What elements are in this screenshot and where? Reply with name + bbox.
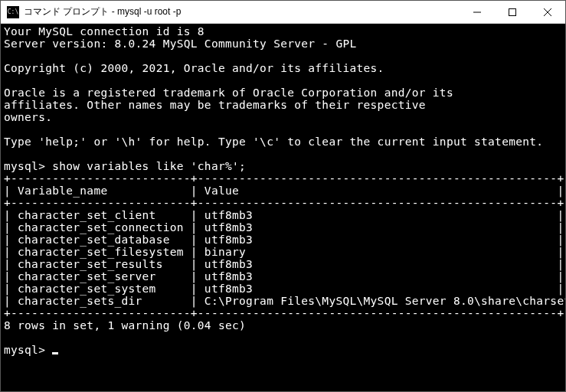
window-controls bbox=[460, 1, 565, 23]
cmd-icon: C:\ bbox=[7, 6, 19, 18]
copyright-line: Copyright (c) 2000, 2021, Oracle and/or … bbox=[4, 62, 384, 74]
table-row: | character_set_client | utf8mb3 | bbox=[4, 209, 564, 221]
cmd-icon-label: C:\ bbox=[8, 9, 18, 15]
table-row: | character_sets_dir | C:\Program Files\… bbox=[4, 295, 565, 307]
connection-id-line: Your MySQL connection id is 8 bbox=[4, 25, 204, 38]
trademark-line-3: owners. bbox=[4, 111, 52, 123]
window-titlebar: C:\ コマンド プロンプト - mysql -u root -p bbox=[1, 1, 565, 24]
table-separator-mid: +--------------------------+------------… bbox=[4, 197, 564, 209]
close-button[interactable] bbox=[530, 1, 565, 23]
table-separator-bot: +--------------------------+------------… bbox=[4, 307, 564, 319]
table-header-row: | Variable_name | Value | bbox=[4, 185, 564, 197]
help-line: Type 'help;' or '\h' for help. Type '\c'… bbox=[4, 136, 543, 148]
window-title: コマンド プロンプト - mysql -u root -p bbox=[24, 5, 460, 18]
table-row: | character_set_database | utf8mb3 | bbox=[4, 234, 564, 246]
table-row: | character_set_results | utf8mb3 | bbox=[4, 258, 564, 270]
table-row: | character_set_system | utf8mb3 | bbox=[4, 283, 564, 295]
mysql-prompt: mysql> bbox=[4, 344, 52, 356]
table-row: | character_set_server | utf8mb3 | bbox=[4, 270, 564, 283]
svg-rect-1 bbox=[509, 8, 516, 15]
table-row: | character_set_filesystem | binary | bbox=[4, 246, 564, 258]
terminal-output[interactable]: Your MySQL connection id is 8 Server ver… bbox=[1, 24, 565, 391]
result-summary: 8 rows in set, 1 warning (0.04 sec) bbox=[4, 319, 246, 332]
table-separator-top: +--------------------------+------------… bbox=[4, 172, 564, 185]
table-row: | character_set_connection | utf8mb3 | bbox=[4, 221, 564, 234]
maximize-button[interactable] bbox=[495, 1, 530, 23]
server-version-line: Server version: 8.0.24 MySQL Community S… bbox=[4, 38, 357, 50]
trademark-line-2: affiliates. Other names may be trademark… bbox=[4, 99, 426, 111]
minimize-button[interactable] bbox=[460, 1, 495, 23]
mysql-prompt-query: mysql> show variables like 'char%'; bbox=[4, 160, 246, 172]
trademark-line-1: Oracle is a registered trademark of Orac… bbox=[4, 87, 453, 99]
cursor bbox=[52, 352, 58, 354]
